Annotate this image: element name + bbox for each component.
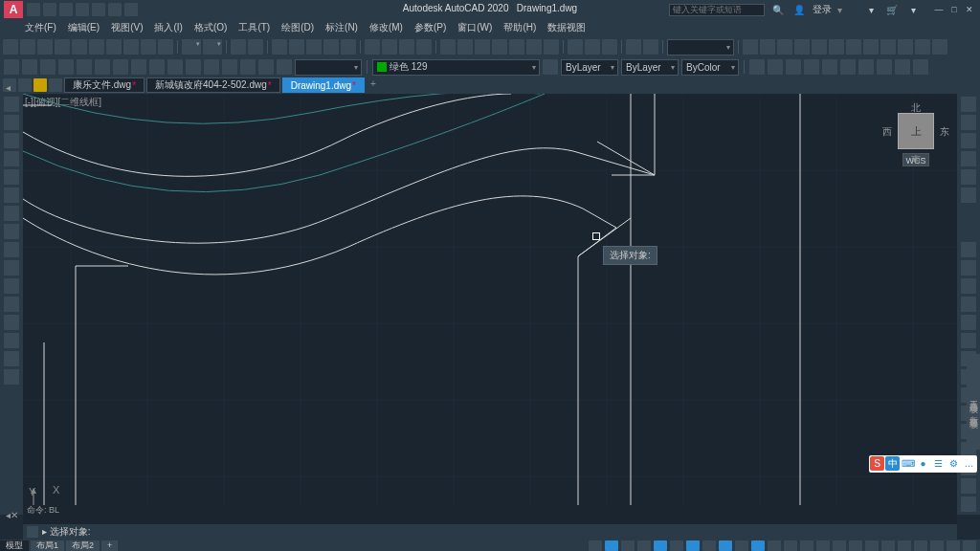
layer-mod8-icon[interactable] bbox=[222, 59, 237, 75]
osnap-toggle-icon[interactable] bbox=[719, 540, 732, 551]
point-tool-icon[interactable] bbox=[4, 297, 19, 312]
workspace-switching-icon[interactable] bbox=[833, 540, 846, 551]
layer-prev-icon[interactable] bbox=[77, 59, 92, 75]
menu-format[interactable]: 格式(O) bbox=[194, 21, 227, 34]
ellipse-icon[interactable] bbox=[4, 224, 19, 239]
ime-voice-icon[interactable]: ● bbox=[916, 456, 930, 471]
layer-icon[interactable] bbox=[568, 39, 583, 55]
publish-icon[interactable] bbox=[89, 39, 104, 55]
copy-icon[interactable] bbox=[123, 39, 139, 55]
add-layout-button[interactable]: + bbox=[101, 540, 118, 551]
transparency-icon[interactable] bbox=[784, 540, 797, 551]
menu-parametric[interactable]: 参数(P) bbox=[414, 21, 446, 34]
dim-aligned-icon[interactable] bbox=[760, 39, 775, 55]
qat-undo-icon[interactable] bbox=[108, 3, 122, 16]
mod-array-icon[interactable] bbox=[961, 315, 976, 330]
dim-style-icon[interactable] bbox=[932, 39, 947, 55]
join-icon[interactable] bbox=[492, 39, 507, 55]
annotation-scale-icon[interactable] bbox=[816, 540, 830, 551]
fillet-icon[interactable] bbox=[526, 39, 542, 55]
otrack-toggle-icon[interactable] bbox=[751, 540, 765, 551]
ime-skin-icon[interactable]: ☰ bbox=[931, 456, 946, 471]
login-label[interactable]: 登录 bbox=[813, 3, 832, 16]
quick-props-icon[interactable] bbox=[881, 540, 895, 551]
gradient-icon[interactable] bbox=[768, 59, 783, 75]
left-panel-toggle-2[interactable]: ◂✕ bbox=[6, 510, 17, 520]
mirror-icon[interactable] bbox=[306, 39, 322, 55]
layout2-tab[interactable]: 布局2 bbox=[66, 540, 100, 551]
qat-save-icon[interactable] bbox=[59, 3, 73, 16]
menu-help[interactable]: 帮助(H) bbox=[503, 21, 536, 34]
infer-toggle-icon[interactable] bbox=[637, 540, 651, 551]
command-line[interactable]: ▸ 选择对象: bbox=[23, 524, 957, 540]
mtext-tool-icon[interactable] bbox=[4, 369, 19, 385]
arc-icon[interactable] bbox=[4, 169, 19, 185]
mod-chamfer-icon[interactable] bbox=[961, 478, 976, 494]
nav-zoom-icon[interactable] bbox=[961, 151, 976, 166]
a360-icon[interactable]: ▾ bbox=[863, 3, 879, 16]
lineweight-toggle-icon[interactable] bbox=[768, 540, 781, 551]
recent-icon[interactable] bbox=[49, 78, 62, 92]
ime-lang[interactable]: 中 bbox=[885, 456, 900, 471]
nav-pan-icon[interactable] bbox=[961, 133, 976, 148]
hatch-tool-icon[interactable] bbox=[4, 315, 19, 330]
spline-icon[interactable] bbox=[4, 206, 19, 221]
layer-mod4-icon[interactable] bbox=[149, 59, 165, 75]
boundary-icon[interactable] bbox=[786, 59, 801, 75]
layer-freeze-icon[interactable] bbox=[602, 39, 617, 55]
pline-icon[interactable] bbox=[4, 115, 19, 130]
menu-edit[interactable]: 编辑(E) bbox=[68, 21, 100, 34]
menu-window[interactable]: 窗口(W) bbox=[457, 21, 492, 34]
qat-new-icon[interactable] bbox=[27, 3, 40, 16]
region-icon[interactable] bbox=[804, 59, 819, 75]
insert-block-icon[interactable] bbox=[4, 260, 19, 276]
mtext-icon[interactable] bbox=[877, 59, 892, 75]
color-icon[interactable] bbox=[543, 59, 558, 75]
units-icon[interactable] bbox=[865, 540, 879, 551]
unsaved-layer-dropdown[interactable] bbox=[295, 59, 362, 76]
dim-tolerance-icon[interactable] bbox=[880, 39, 896, 55]
ime-more-icon[interactable]: … bbox=[962, 456, 976, 471]
viewcube[interactable]: 北 西 东 上 南 WCS bbox=[882, 101, 949, 178]
menu-view[interactable]: 视图(V) bbox=[111, 21, 143, 34]
cart-icon[interactable]: 🛒 bbox=[884, 3, 900, 16]
drawing-canvas[interactable]: [-][俯视][二维线框] bbox=[23, 94, 957, 524]
layer-mod1-icon[interactable] bbox=[95, 59, 110, 75]
viewcube-east[interactable]: 东 bbox=[940, 125, 949, 139]
array-icon[interactable] bbox=[341, 39, 356, 55]
point-icon[interactable] bbox=[913, 59, 928, 75]
trim-icon[interactable] bbox=[440, 39, 456, 55]
annotation-monitor-icon[interactable] bbox=[849, 540, 862, 551]
move-icon[interactable] bbox=[365, 39, 380, 55]
region-tool-icon[interactable] bbox=[4, 333, 19, 348]
viewcube-west[interactable]: 西 bbox=[882, 125, 892, 139]
explode-icon[interactable] bbox=[544, 39, 559, 55]
ime-logo-icon[interactable]: S bbox=[870, 456, 884, 471]
layer-dropdown[interactable]: 绿色 129 bbox=[372, 59, 540, 76]
grid-toggle-icon[interactable] bbox=[605, 540, 618, 551]
layer-mod6-icon[interactable] bbox=[186, 59, 201, 75]
viewcube-face[interactable]: 上 bbox=[898, 113, 934, 149]
layer-mod7-icon[interactable] bbox=[204, 59, 219, 75]
layer-mod2-icon[interactable] bbox=[113, 59, 128, 75]
mod-move-icon[interactable] bbox=[961, 333, 976, 348]
selection-cycling-icon[interactable] bbox=[800, 540, 813, 551]
circle-icon[interactable] bbox=[4, 187, 19, 203]
close-button[interactable]: ✕ bbox=[963, 4, 976, 15]
search-input[interactable] bbox=[669, 4, 765, 16]
viewcube-south[interactable]: 南 bbox=[911, 153, 921, 166]
new-icon[interactable] bbox=[3, 39, 18, 55]
ime-keyboard-icon[interactable]: ⌨ bbox=[901, 456, 915, 471]
zoom-icon[interactable] bbox=[248, 39, 263, 55]
tab-0[interactable]: 康乐文件.dwg* bbox=[64, 77, 145, 93]
polygon-icon[interactable] bbox=[4, 133, 19, 148]
layer-iso-icon[interactable] bbox=[40, 59, 56, 75]
add-tab-button[interactable]: + bbox=[367, 78, 380, 92]
hatch-icon[interactable] bbox=[749, 59, 765, 75]
nav-orbit-icon[interactable] bbox=[961, 169, 976, 185]
star-icon[interactable] bbox=[33, 78, 47, 92]
lineweight-dropdown[interactable]: ByLayer bbox=[621, 59, 679, 76]
plotstyle-dropdown[interactable]: ByColor bbox=[681, 59, 739, 76]
ellipse-arc-icon[interactable] bbox=[4, 242, 19, 257]
layer-mod3-icon[interactable] bbox=[131, 59, 146, 75]
